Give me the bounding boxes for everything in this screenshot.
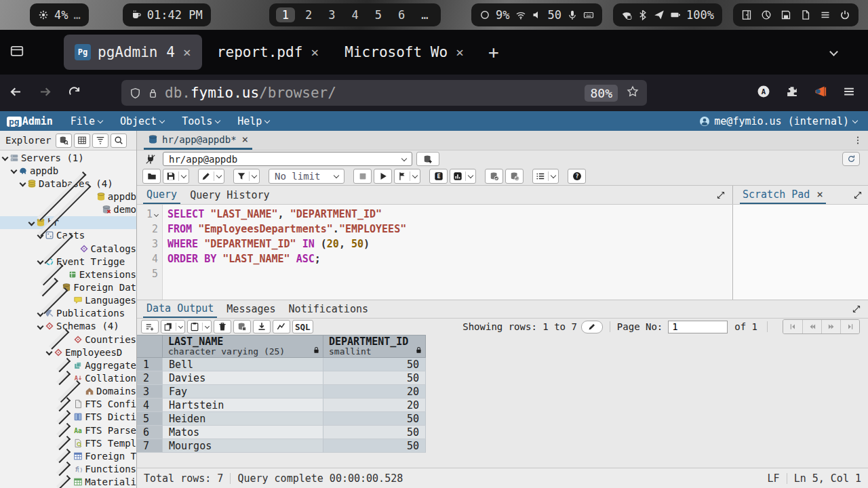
browser-tab-report-pdf[interactable]: report.pdf× [206, 35, 330, 70]
tree-item-materiali[interactable]: Materiali [0, 476, 136, 488]
explain-analyze-button[interactable] [450, 169, 476, 184]
cell-last-name[interactable]: Hartstein [163, 399, 323, 412]
help-button[interactable]: ? [568, 169, 586, 184]
tab-messages[interactable]: Messages [223, 300, 279, 318]
cell-department-id[interactable]: 50 [323, 358, 426, 371]
chevron-down-icon[interactable] [181, 173, 186, 178]
cell-department-id[interactable]: 50 [323, 412, 426, 426]
row-limit-select[interactable]: No limit [269, 169, 344, 184]
execute-options-button[interactable] [394, 169, 420, 184]
scratch-pad-tab[interactable]: Scratch Pad × [740, 186, 826, 204]
query-tool-tab[interactable]: hr/app@appdb* × [144, 131, 252, 150]
bookmark-button[interactable] [627, 85, 639, 101]
row-number[interactable]: 1 [137, 358, 163, 371]
tab-notifications[interactable]: Notifications [285, 300, 372, 318]
workspace-5[interactable]: 5 [369, 7, 388, 22]
expand-panel-icon[interactable] [853, 190, 863, 200]
cell-department-id[interactable]: 20 [323, 385, 426, 399]
sql-editor[interactable]: 12345 SELECT "LAST_NAME", "DEPARTMENT_ID… [137, 205, 732, 300]
edit-button[interactable] [198, 169, 224, 184]
save-button[interactable] [163, 169, 189, 184]
cell-department-id[interactable]: 20 [323, 399, 426, 412]
tab-data-output[interactable]: Data Output [143, 300, 217, 318]
tree-item-functions[interactable]: f()Functions [0, 462, 136, 475]
cell-last-name[interactable]: Fay [163, 385, 323, 399]
close-tab-icon[interactable]: × [183, 45, 191, 59]
expand-chevron-icon[interactable] [56, 358, 71, 372]
cell-department-id[interactable]: 50 [323, 439, 426, 453]
tree-item-countries[interactable]: Countries [0, 333, 136, 346]
fold-chevron-icon[interactable] [154, 212, 159, 217]
back-button[interactable] [9, 85, 22, 101]
tree-item-employeesd[interactable]: EmployeesD [0, 346, 136, 359]
tree-item-foreign-dat[interactable]: Foreign Dat [0, 281, 136, 293]
tray-pill[interactable]: 100% [613, 3, 722, 26]
sql-line-3[interactable]: WHERE "DEPARTMENT_ID" IN (20, 50) [167, 237, 732, 251]
expand-panel-icon[interactable] [852, 304, 861, 314]
expand-chevron-icon[interactable] [56, 449, 71, 463]
grid-button[interactable] [74, 134, 90, 148]
nav-last-button[interactable] [840, 320, 859, 333]
tree-item-appdb[interactable]: appdb [0, 190, 136, 203]
addon-button[interactable] [814, 85, 827, 101]
reload-button[interactable] [68, 85, 81, 101]
collapse-chevron-icon[interactable] [20, 180, 26, 187]
stop-button[interactable] [353, 169, 372, 184]
workspace-6[interactable]: 6 [392, 7, 411, 22]
tree-item-foreign-t[interactable]: Foreign T [0, 449, 136, 462]
tree-item-servers-1[interactable]: Servers (1) [0, 151, 136, 164]
tree-item-publications[interactable]: Publications [0, 307, 136, 320]
tree-item-fts-confi[interactable]: FTS Confi [0, 398, 136, 411]
collapse-chevron-icon[interactable] [28, 219, 35, 226]
cell-last-name[interactable]: Davies [163, 371, 323, 385]
workspace-[interactable]: … [415, 7, 434, 22]
reset-layout-button[interactable] [842, 152, 860, 166]
cell-department-id[interactable]: 50 [323, 371, 426, 385]
filter-button[interactable] [233, 169, 260, 184]
collapse-chevron-icon[interactable] [2, 155, 9, 161]
nav-prev-button[interactable] [802, 320, 821, 333]
tab-query[interactable]: Query [143, 186, 180, 204]
row-number[interactable]: 2 [137, 371, 163, 385]
sql-code[interactable]: SELECT "LAST_NAME", "DEPARTMENT_ID"FROM … [163, 205, 732, 300]
commit-button[interactable] [485, 169, 503, 184]
close-tab-icon[interactable]: × [311, 45, 319, 59]
expand-chevron-icon[interactable] [56, 474, 71, 488]
browser-tab-pgadmin-4[interactable]: PgpgAdmin 4× [64, 35, 202, 70]
menu-file[interactable]: File [71, 115, 102, 127]
cell-department-id[interactable]: 50 [323, 426, 426, 439]
workspace-2[interactable]: 2 [299, 7, 318, 22]
tree-item-appdb[interactable]: appdb [0, 164, 136, 177]
column-header-last-name[interactable]: LAST_NAMEcharacter varying (25) [163, 336, 323, 357]
chevron-down-icon[interactable] [252, 173, 257, 178]
rollback-button[interactable] [505, 169, 524, 184]
save-data-button[interactable] [233, 320, 251, 333]
chevron-down-icon[interactable] [216, 173, 222, 178]
lock-icon[interactable] [147, 87, 159, 99]
tab-overview-button[interactable] [9, 43, 24, 61]
new-tab-button[interactable]: + [483, 42, 505, 62]
chevron-down-icon[interactable] [551, 173, 556, 178]
cell-last-name[interactable]: Heiden [163, 412, 323, 426]
tree-item-extensions[interactable]: Extensions [0, 268, 136, 281]
open-file-button[interactable] [142, 169, 161, 184]
tree-item-event-trigge[interactable]: Event Trigge [0, 255, 136, 268]
quick-pill[interactable] [733, 3, 859, 26]
menu-object[interactable]: Object [120, 115, 164, 127]
clock-pill[interactable]: 01:42 PM [123, 3, 211, 26]
delete-row-button[interactable] [214, 320, 231, 333]
row-number[interactable]: 4 [137, 399, 163, 412]
menu-button[interactable] [842, 85, 856, 101]
row-number[interactable]: 7 [137, 439, 163, 453]
expand-chevron-icon[interactable] [56, 423, 71, 437]
row-number[interactable]: 5 [137, 412, 163, 426]
workspace-1[interactable]: 1 [276, 7, 295, 22]
expand-chevron-icon[interactable] [56, 371, 71, 385]
close-tab-icon[interactable]: × [242, 134, 249, 145]
tree-item-catalogs[interactable]: Catalogs [0, 242, 136, 255]
page-number-input[interactable] [668, 321, 728, 333]
browser-tab-microsoft-wo[interactable]: Microsoft Wo× [334, 35, 475, 70]
column-header-department-id[interactable]: DEPARTMENT_IDsmallint [323, 336, 426, 357]
paste-button[interactable] [187, 320, 212, 333]
more-options-icon[interactable] [853, 136, 863, 145]
